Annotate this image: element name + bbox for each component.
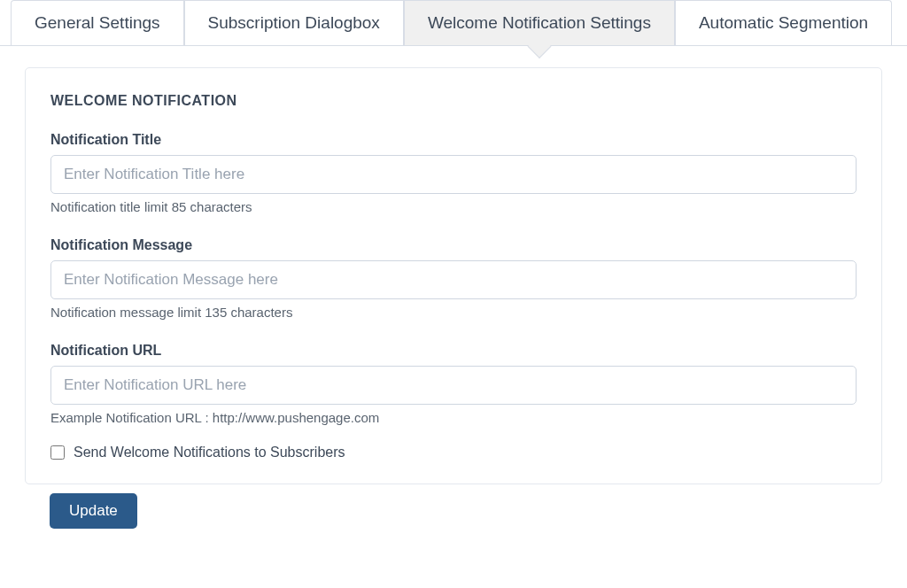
label-notification-url: Notification URL [50,343,857,359]
label-notification-message: Notification Message [50,237,857,253]
tab-welcome-notification-settings[interactable]: Welcome Notification Settings [404,0,675,45]
tabs-bar: General Settings Subscription Dialogbox … [0,0,907,46]
notification-message-input[interactable] [50,260,857,299]
send-welcome-checkbox-label: Send Welcome Notifications to Subscriber… [74,445,345,460]
welcome-notification-panel: WELCOME NOTIFICATION Notification Title … [25,67,882,484]
update-button[interactable]: Update [50,493,137,529]
send-welcome-checkbox[interactable] [50,445,65,460]
hint-notification-url: Example Notification URL : http://www.pu… [50,410,857,425]
label-notification-title: Notification Title [50,132,857,148]
tab-subscription-dialogbox[interactable]: Subscription Dialogbox [184,0,404,45]
hint-notification-title: Notification title limit 85 characters [50,199,857,214]
send-welcome-checkbox-row[interactable]: Send Welcome Notifications to Subscriber… [50,445,857,476]
panel-title: WELCOME NOTIFICATION [50,93,857,109]
notification-url-input[interactable] [50,366,857,405]
actions-row: Update [0,493,907,541]
panel-wrap: WELCOME NOTIFICATION Notification Title … [0,46,907,493]
tab-general-settings[interactable]: General Settings [11,0,184,45]
notification-title-input[interactable] [50,155,857,194]
hint-notification-message: Notification message limit 135 character… [50,305,857,320]
tab-automatic-segmention[interactable]: Automatic Segmention [675,0,892,45]
field-notification-url: Notification URL Example Notification UR… [50,343,857,425]
field-notification-message: Notification Message Notification messag… [50,237,857,320]
field-notification-title: Notification Title Notification title li… [50,132,857,214]
